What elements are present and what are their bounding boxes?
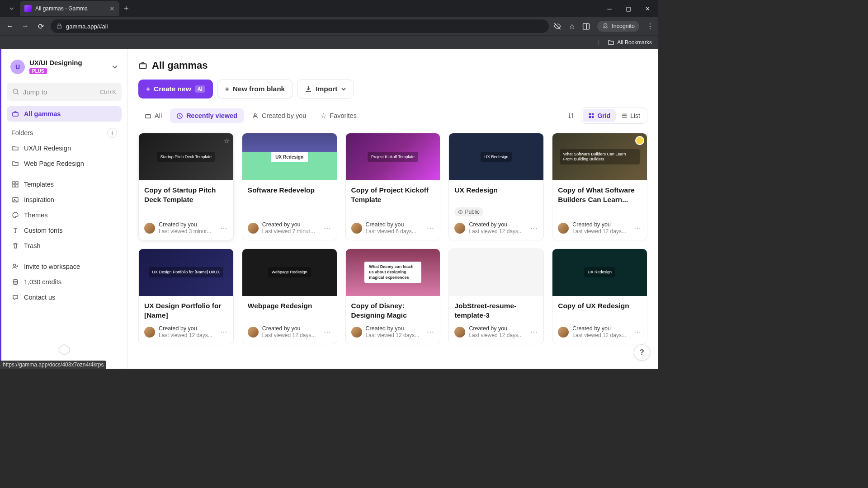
card-thumbnail (449, 249, 543, 296)
import-button[interactable]: Import (297, 80, 354, 99)
gamma-card[interactable]: Webpage RedesignWebpage RedesignCreated … (242, 249, 337, 344)
gamma-card[interactable]: Project Kickoff TemplateCopy of Project … (345, 133, 441, 240)
tab-search-dropdown[interactable] (5, 2, 18, 15)
filter-all[interactable]: All (138, 108, 168, 123)
star-icon: ☆ (321, 112, 326, 119)
card-menu-button[interactable]: ⋯ (220, 224, 228, 232)
sidebar-item-contact[interactable]: Contact us (7, 290, 122, 305)
create-new-button[interactable]: + Create new AI (138, 80, 213, 99)
browser-tab-active[interactable]: All gammas - Gamma ✕ (20, 1, 119, 16)
card-menu-button[interactable]: ⋯ (634, 328, 642, 336)
card-author: Created by you (366, 325, 420, 332)
sidebar-item-invite[interactable]: Invite to workspace (7, 259, 122, 274)
card-menu-button[interactable]: ⋯ (427, 328, 434, 336)
browser-menu-icon[interactable]: ⋮ (646, 22, 654, 31)
image-icon (11, 196, 19, 203)
new-from-blank-button[interactable]: + New from blank (217, 80, 292, 99)
sidebar-item-custom-fonts[interactable]: Custom fonts (7, 223, 122, 238)
sidebar-item-all-gammas[interactable]: All gammas (7, 106, 122, 122)
help-button[interactable]: ? (634, 344, 650, 361)
card-title: Webpage Redesign (248, 301, 331, 320)
tab-favicon (24, 5, 32, 12)
window-minimize-icon[interactable]: ─ (605, 5, 614, 12)
reload-button[interactable]: ⟳ (35, 22, 46, 31)
gamma-card[interactable]: Startup Pitch Deck Template☆Copy of Star… (138, 133, 234, 240)
jump-to-search[interactable]: Jump to Ctrl+K (7, 83, 122, 101)
gamma-card[interactable]: UX Design Portfolio for [Name] UI/UXUX D… (138, 249, 234, 344)
card-author: Created by you (262, 325, 316, 332)
view-list-button[interactable]: List (616, 109, 646, 122)
site-info-icon[interactable] (56, 23, 62, 29)
filter-created-by-you[interactable]: Created by you (245, 108, 312, 123)
address-bar[interactable]: gamma.app/#all (51, 19, 549, 33)
folder-label: Web Page Redesign (24, 160, 84, 167)
card-menu-button[interactable]: ⋯ (220, 328, 228, 336)
workspace-avatar: U (10, 60, 25, 74)
side-panel-icon[interactable] (582, 23, 590, 30)
window-controls: ─ ▢ ✕ (605, 0, 658, 17)
new-tab-button[interactable]: + (119, 4, 133, 14)
bookmark-star-icon[interactable]: ☆ (569, 22, 575, 31)
card-last-viewed: Last viewed 3 minut... (159, 228, 211, 235)
window-close-icon[interactable]: ✕ (643, 5, 652, 12)
filter-favorites[interactable]: ☆ Favorites (314, 108, 363, 123)
svg-rect-20 (592, 116, 594, 118)
sidebar-item-inspiration[interactable]: Inspiration (7, 192, 122, 207)
back-button[interactable]: ← (5, 22, 15, 30)
add-folder-button[interactable]: + (107, 128, 117, 138)
tab-close-icon[interactable]: ✕ (109, 5, 115, 12)
featured-badge-icon (635, 136, 644, 145)
chevron-down-icon[interactable] (112, 64, 118, 70)
card-menu-button[interactable]: ⋯ (530, 328, 538, 336)
card-menu-button[interactable]: ⋯ (634, 224, 642, 232)
gamma-card[interactable]: What Software Builders Can Learn From Bu… (552, 133, 647, 240)
trash-icon (11, 242, 19, 249)
card-menu-button[interactable]: ⋯ (530, 224, 538, 232)
folders-header: Folders + (7, 122, 122, 141)
card-title: Software Redevelop (248, 186, 331, 205)
svg-rect-6 (16, 182, 18, 184)
card-thumbnail: UX Redesign (552, 249, 647, 296)
workspace-switcher[interactable]: U UX/UI Designing PLUS (7, 57, 122, 76)
button-label: New from blank (233, 85, 285, 93)
gamma-card[interactable]: UX RedesignCopy of UX RedesignCreated by… (552, 249, 647, 344)
card-thumbnail: What Software Builders Can Learn From Bu… (552, 133, 647, 180)
author-avatar (558, 327, 569, 338)
view-grid-button[interactable]: Grid (583, 109, 616, 122)
incognito-chip[interactable]: Incognito (597, 21, 639, 32)
svg-point-11 (14, 264, 16, 267)
card-title: UX Design Portfolio for [Name] (144, 301, 228, 320)
card-menu-button[interactable]: ⋯ (427, 224, 434, 232)
card-author: Created by you (469, 221, 523, 228)
list-icon (621, 113, 627, 119)
window-maximize-icon[interactable]: ▢ (624, 5, 633, 12)
forward-button[interactable]: → (20, 22, 31, 30)
card-last-viewed: Last viewed 7 minute... (262, 228, 316, 235)
chevron-down-icon (341, 86, 346, 92)
card-menu-button[interactable]: ⋯ (324, 224, 331, 232)
gamma-card[interactable]: What Disney can teach us about designing… (345, 249, 441, 344)
sidebar-item-trash[interactable]: Trash (7, 238, 122, 253)
author-avatar (248, 327, 259, 338)
favorite-star-icon[interactable]: ☆ (224, 137, 230, 145)
sidebar-item-themes[interactable]: Themes (7, 207, 122, 223)
sidebar-folder[interactable]: Web Page Redesign (7, 156, 122, 171)
all-bookmarks-link[interactable]: All Bookmarks (617, 39, 652, 46)
filter-recently-viewed[interactable]: Recently viewed (170, 108, 244, 123)
sort-button[interactable] (567, 112, 575, 119)
card-menu-button[interactable]: ⋯ (324, 328, 331, 336)
palette-icon (11, 211, 19, 219)
tab-title: All gammas - Gamma (35, 5, 88, 12)
gamma-logo-icon (58, 343, 71, 356)
card-last-viewed: Last viewed 12 days... (469, 228, 523, 235)
gamma-card[interactable]: UX RedesignSoftware RedevelopCreated by … (242, 133, 337, 240)
gamma-card[interactable]: JobStreet-resume-template-3Created by yo… (448, 249, 544, 344)
view-label: Grid (597, 112, 610, 119)
gamma-card[interactable]: UX RedesignUX RedesignPublicCreated by y… (448, 133, 544, 240)
sidebar-item-credits[interactable]: 1,030 credits (7, 274, 122, 290)
svg-point-16 (254, 113, 256, 116)
sidebar-item-templates[interactable]: Templates (7, 177, 122, 192)
card-author: Created by you (262, 221, 316, 228)
sidebar-folder[interactable]: UX/UI Redesign (7, 141, 122, 156)
tracking-icon[interactable] (553, 22, 561, 30)
